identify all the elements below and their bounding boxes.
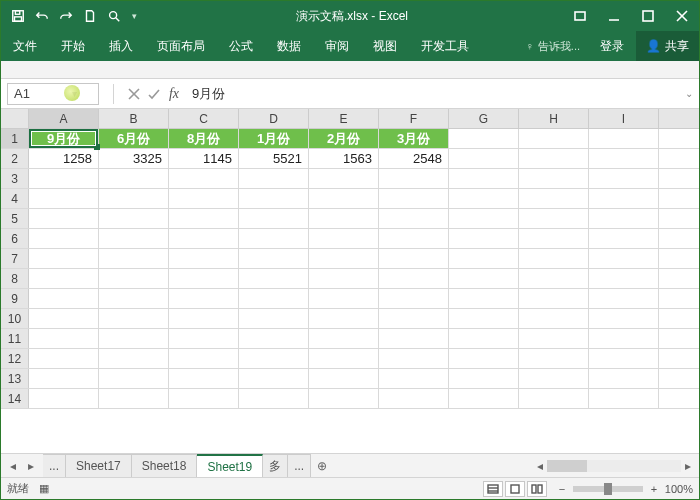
tab-file[interactable]: 文件 [1, 31, 49, 61]
sheet-nav-prev-icon[interactable]: ◂ [5, 458, 21, 474]
cell[interactable]: 3325 [99, 149, 169, 168]
formula-input[interactable]: 9月份 [184, 85, 679, 103]
tab-formulas[interactable]: 公式 [217, 31, 265, 61]
minimize-icon[interactable] [597, 1, 631, 31]
cell[interactable] [169, 169, 239, 188]
cell[interactable] [519, 249, 589, 268]
save-icon[interactable] [7, 5, 29, 27]
expand-formula-bar-icon[interactable]: ⌄ [679, 88, 699, 99]
sheet-tab[interactable]: Sheet18 [132, 454, 198, 477]
col-header[interactable]: E [309, 109, 379, 128]
tab-view[interactable]: 视图 [361, 31, 409, 61]
tab-developer[interactable]: 开发工具 [409, 31, 481, 61]
cell[interactable] [589, 329, 659, 348]
cell[interactable] [379, 309, 449, 328]
cell[interactable] [29, 369, 99, 388]
cell[interactable] [169, 209, 239, 228]
cell[interactable]: 1258 [29, 149, 99, 168]
cell[interactable] [519, 229, 589, 248]
col-header[interactable]: B [99, 109, 169, 128]
cell[interactable] [309, 349, 379, 368]
cell[interactable] [519, 129, 589, 148]
cell[interactable] [169, 369, 239, 388]
cell[interactable] [29, 349, 99, 368]
cell[interactable] [99, 329, 169, 348]
cell[interactable] [589, 349, 659, 368]
undo-icon[interactable] [31, 5, 53, 27]
page-layout-view-icon[interactable] [505, 481, 525, 497]
zoom-level[interactable]: 100% [665, 483, 693, 495]
cell[interactable]: 2月份 [309, 129, 379, 148]
cell[interactable] [519, 209, 589, 228]
cell[interactable] [449, 269, 519, 288]
cell[interactable] [309, 329, 379, 348]
cell[interactable] [379, 169, 449, 188]
cell[interactable] [29, 209, 99, 228]
cell[interactable] [379, 249, 449, 268]
tab-review[interactable]: 审阅 [313, 31, 361, 61]
maximize-icon[interactable] [631, 1, 665, 31]
cell[interactable] [309, 269, 379, 288]
row-header[interactable]: 12 [1, 349, 29, 368]
macro-record-icon[interactable]: ▦ [39, 482, 49, 495]
cell[interactable] [99, 229, 169, 248]
cell[interactable] [239, 209, 309, 228]
cell[interactable] [519, 189, 589, 208]
cell[interactable] [589, 389, 659, 408]
zoom-out-button[interactable]: − [555, 483, 569, 495]
cell[interactable] [99, 209, 169, 228]
cell[interactable]: 6月份 [99, 129, 169, 148]
tab-pagelayout[interactable]: 页面布局 [145, 31, 217, 61]
cell[interactable] [309, 169, 379, 188]
cell[interactable]: 1月份 [239, 129, 309, 148]
col-header[interactable]: D [239, 109, 309, 128]
row-header[interactable]: 2 [1, 149, 29, 168]
sheet-tab[interactable]: Sheet17 [66, 454, 132, 477]
enter-button[interactable] [144, 84, 164, 104]
cell[interactable] [169, 329, 239, 348]
cell[interactable] [589, 189, 659, 208]
col-header[interactable]: H [519, 109, 589, 128]
zoom-in-button[interactable]: + [647, 483, 661, 495]
scroll-thumb[interactable] [547, 460, 587, 472]
cell[interactable] [379, 209, 449, 228]
row-header[interactable]: 4 [1, 189, 29, 208]
cell[interactable] [449, 189, 519, 208]
sheet-tab[interactable]: Sheet19 [197, 454, 263, 478]
name-box-input[interactable] [8, 86, 68, 101]
cell[interactable] [99, 269, 169, 288]
cell[interactable] [519, 369, 589, 388]
print-preview-icon[interactable] [103, 5, 125, 27]
cell[interactable] [309, 229, 379, 248]
cell[interactable] [29, 329, 99, 348]
cell[interactable] [309, 209, 379, 228]
cell[interactable] [239, 369, 309, 388]
ribbon-display-icon[interactable] [563, 1, 597, 31]
cell[interactable] [99, 289, 169, 308]
cell[interactable] [239, 289, 309, 308]
cell[interactable]: 1145 [169, 149, 239, 168]
cell[interactable] [309, 369, 379, 388]
cell[interactable] [169, 349, 239, 368]
cell[interactable] [379, 349, 449, 368]
cell[interactable] [29, 309, 99, 328]
close-icon[interactable] [665, 1, 699, 31]
cancel-button[interactable] [124, 84, 144, 104]
cell[interactable] [239, 389, 309, 408]
sheet-overflow-left[interactable]: ... [43, 454, 66, 477]
cell[interactable]: 8月份 [169, 129, 239, 148]
cell[interactable] [99, 189, 169, 208]
horizontal-scrollbar[interactable]: ◂ ▸ [529, 454, 699, 477]
row-header[interactable]: 14 [1, 389, 29, 408]
tell-me[interactable]: ♀告诉我... [518, 31, 588, 61]
cell[interactable] [379, 289, 449, 308]
zoom-slider[interactable] [573, 486, 643, 492]
cell[interactable]: 2548 [379, 149, 449, 168]
cell[interactable] [589, 229, 659, 248]
sheet-nav-next-icon[interactable]: ▸ [23, 458, 39, 474]
cell[interactable] [169, 249, 239, 268]
cell[interactable] [519, 309, 589, 328]
cell[interactable] [29, 389, 99, 408]
zoom-slider-handle[interactable] [604, 483, 612, 495]
cell[interactable] [449, 349, 519, 368]
